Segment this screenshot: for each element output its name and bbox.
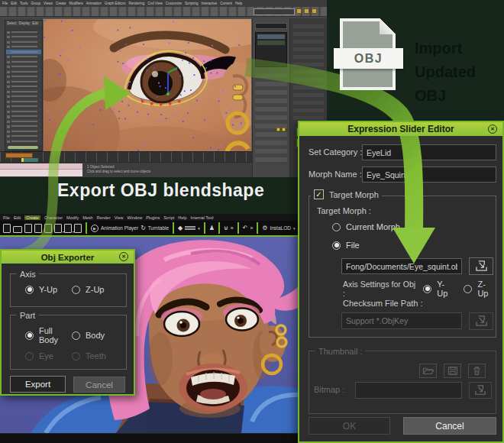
cc-menubar: FileEditCreateCharacterModifyMeshRenderV… [0, 214, 337, 221]
part-radio-option[interactable]: Full Body [25, 326, 72, 344]
explorer-scrollbar[interactable] [8, 146, 38, 149]
max-menu-item[interactable]: Scripting [185, 2, 199, 5]
max-menu-item[interactable]: File [2, 2, 8, 5]
max-timeline[interactable] [0, 151, 252, 162]
magnet-tool-button[interactable]: ⊎» [224, 225, 234, 231]
browse-file-button[interactable] [469, 257, 493, 275]
max-menu-item[interactable]: Modifiers [69, 2, 83, 5]
axis-radio-option[interactable]: Z-Up [464, 280, 496, 298]
cc-menu-item[interactable]: Plugins [146, 215, 160, 220]
grid-icon[interactable] [74, 224, 82, 233]
cc-menu-item[interactable]: Script [163, 215, 174, 220]
cc-menu-item[interactable]: File [3, 215, 10, 220]
character-tool-button[interactable]: ♟ [209, 225, 215, 231]
max-workspace-icon[interactable] [312, 8, 317, 14]
export-obj-icon[interactable] [54, 224, 62, 233]
scene-explorer-tab[interactable]: Select [7, 21, 17, 25]
vertex-dot [157, 96, 158, 98]
color-swatch[interactable] [282, 128, 286, 131]
max-menu-item[interactable]: Views [44, 2, 53, 5]
load-thumbnail-button[interactable] [419, 364, 437, 378]
max-menu-item[interactable]: Interactive [202, 2, 218, 5]
cancel-button[interactable]: Cancel [403, 417, 496, 435]
max-viewport[interactable] [43, 18, 252, 153]
max-selection-filter-combo[interactable] [254, 8, 295, 15]
max-toolbar[interactable] [0, 7, 327, 17]
cc-menu-item[interactable]: Internal Tool [191, 215, 214, 220]
part-radio-option[interactable]: Body [72, 326, 118, 344]
turntable-button[interactable]: ↻ Turntable [141, 225, 169, 231]
axis-radio-option[interactable]: Y-Up [423, 280, 454, 298]
cancel-button[interactable]: Cancel [73, 377, 125, 393]
max-menu-item[interactable]: Edit [11, 2, 17, 5]
max-menu-item[interactable]: Customize [166, 2, 182, 5]
export-fbx-icon[interactable] [64, 224, 72, 233]
side-panel-rows[interactable] [293, 24, 324, 124]
max-workspace-icon[interactable] [296, 8, 302, 14]
cc-menu-item[interactable]: Render [97, 215, 111, 220]
substance-label-lines [185, 226, 195, 230]
target-morph-checkbox-row[interactable]: ✓ Target Morph [311, 189, 382, 199]
animation-player-button[interactable]: ▶ Animation Player [91, 225, 138, 232]
checksum-input[interactable] [341, 312, 462, 329]
modifier-stack[interactable] [255, 32, 287, 67]
max-menu-item[interactable]: Animation [86, 2, 102, 5]
close-icon[interactable]: ✕ [488, 124, 497, 134]
max-menu-item[interactable]: Help [235, 2, 242, 5]
open-project-icon[interactable] [13, 226, 22, 233]
max-menu-item[interactable]: Graph Editors [105, 2, 126, 5]
color-swatch[interactable] [276, 128, 280, 131]
scene-explorer-list[interactable] [6, 31, 41, 144]
cc-menu-item[interactable]: Character [44, 215, 63, 220]
max-menu-item[interactable]: Tools [20, 2, 28, 5]
scene-explorer-tab[interactable]: Edit [32, 21, 38, 25]
cc-menu-item[interactable]: Edit [14, 215, 21, 220]
save-icon[interactable] [24, 224, 32, 233]
export-icon[interactable] [44, 224, 52, 233]
part-radio-option[interactable]: Eye [25, 351, 72, 361]
import-icon[interactable] [34, 224, 42, 233]
browse-bitmap-button[interactable] [469, 382, 492, 399]
undo-button[interactable]: ↶» [243, 225, 254, 231]
morph-source-radio-option[interactable]: File [332, 241, 400, 250]
cc-menu-item[interactable]: Help [178, 215, 186, 220]
rollout-buttons[interactable] [255, 73, 287, 165]
max-menu-item[interactable]: Rendering [129, 2, 145, 5]
delete-thumbnail-button[interactable] [468, 364, 486, 378]
export-button[interactable]: Export [10, 376, 66, 393]
checkbox-checked-icon[interactable]: ✓ [314, 189, 324, 199]
close-icon[interactable]: ✕ [119, 252, 128, 261]
bitmap-input[interactable] [355, 382, 462, 399]
cc-menu-item[interactable]: Modify [66, 215, 79, 220]
instalod-button[interactable]: ⚙ InstaLOD ▾ [262, 225, 295, 231]
ok-button[interactable]: OK [309, 417, 390, 435]
cc-menu-item[interactable]: Create [24, 215, 40, 220]
selected-scene-item[interactable] [6, 50, 41, 54]
max-menu-item[interactable]: Group [31, 2, 41, 5]
new-project-icon[interactable] [3, 224, 11, 233]
part-radio-option[interactable]: Teeth [72, 351, 118, 361]
scene-explorer-tab[interactable]: Display [19, 21, 31, 25]
cc-menu-item[interactable]: Window [128, 215, 143, 220]
max-menu-item[interactable]: Create [56, 2, 66, 5]
dialog-title-bar[interactable]: Obj Exporter ✕ [2, 251, 134, 264]
object-name-field[interactable] [255, 23, 287, 29]
morph-name-input[interactable] [362, 167, 496, 183]
auto-key-button[interactable] [5, 153, 33, 158]
axis-radio-option[interactable]: Z-Up [72, 285, 118, 294]
browse-checksum-button[interactable] [469, 312, 493, 330]
cc-menu-item[interactable]: View [115, 215, 124, 220]
dialog-title-bar[interactable]: Expression Slider Editor ✕ [299, 122, 502, 136]
file-path-input[interactable] [341, 258, 462, 274]
set-category-input[interactable] [362, 144, 496, 160]
max-menu-item[interactable]: Civil View [147, 2, 162, 5]
vertex-dot [218, 101, 220, 102]
max-menu-item[interactable]: Content [220, 2, 232, 5]
max-workspace-icon[interactable] [304, 8, 309, 14]
cc-menu-item[interactable]: Mesh [82, 215, 92, 220]
morph-source-radio-option[interactable]: Current Morph [332, 222, 400, 231]
substance-painter-button[interactable]: ◆ ▾ [178, 225, 200, 231]
save-thumbnail-button[interactable] [444, 364, 461, 378]
axis-radio-option[interactable]: Y-Up [25, 285, 72, 294]
maxscript-mini-listener[interactable] [0, 163, 82, 177]
